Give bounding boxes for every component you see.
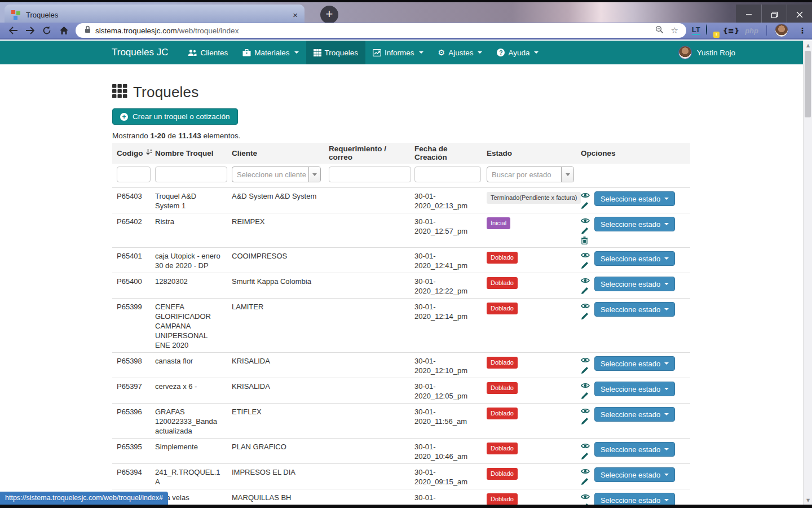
row-fecha: 30-01-2020_09:04_am (410, 489, 482, 505)
browser-menu-icon[interactable]: ⋮ (798, 26, 806, 35)
seleccione-estado-button[interactable]: Seleccione estado (594, 356, 675, 371)
zoom-page-icon[interactable] (655, 25, 664, 36)
seleccione-estado-button[interactable]: Seleccione estado (594, 442, 675, 457)
view-icon[interactable] (581, 277, 589, 286)
view-icon[interactable] (581, 382, 589, 391)
table-row: P65399 CENEFA GLORIFICADOR CAMPANA UNIPE… (112, 298, 690, 352)
nav-item-informes[interactable]: Informes (365, 41, 431, 64)
back-button[interactable] (5, 23, 21, 38)
reload-button[interactable] (38, 23, 55, 38)
view-icon[interactable] (581, 357, 589, 365)
brand[interactable]: Troqueles JC (112, 41, 168, 64)
status-badge: Doblado (487, 303, 518, 314)
header-nombre[interactable]: Nombre Troquel (151, 143, 227, 164)
view-icon[interactable] (581, 408, 589, 416)
row-fecha: 30-01-2020_02:13_pm (410, 188, 482, 213)
php-extension-icon[interactable]: php (745, 27, 758, 35)
scrollbar-thumb[interactable] (805, 51, 811, 117)
row-nombre: 241_R.TROQUEL.1A (151, 464, 227, 489)
nav-item-ayuda[interactable]: ? Ayuda (489, 41, 546, 64)
view-icon[interactable] (581, 192, 589, 200)
header-codigo[interactable]: Codigo (112, 143, 151, 164)
row-codigo: P65401 (112, 248, 151, 273)
lock-icon (85, 25, 91, 36)
edit-icon[interactable] (581, 287, 589, 295)
edit-icon[interactable] (581, 478, 589, 486)
json-extension-icon[interactable]: {≡} (723, 27, 739, 35)
chevron-down-icon (664, 308, 669, 310)
chart-icon (373, 49, 381, 56)
vertical-scrollbar[interactable]: ▲ ▼ (803, 41, 812, 505)
nav-item-ajustes[interactable]: ⚙ Ajustes (431, 41, 490, 64)
seleccione-estado-button[interactable]: Seleccione estado (594, 493, 675, 505)
header-cliente[interactable]: Cliente (227, 143, 324, 164)
seleccione-estado-button[interactable]: Seleccione estado (594, 191, 675, 206)
filter-nombre-input[interactable] (155, 167, 227, 182)
filter-codigo-input[interactable] (117, 167, 151, 182)
new-tab-button[interactable]: + (320, 6, 338, 24)
row-nombre: cerveza x 6 - (151, 378, 227, 403)
filter-fecha-input[interactable] (414, 167, 481, 182)
status-badge: Doblado (487, 357, 518, 369)
view-icon[interactable] (581, 443, 589, 451)
languagetool-extension-icon[interactable]: LT (692, 26, 700, 35)
nav-item-troqueles[interactable]: Troqueles (306, 41, 366, 64)
row-cliente: REIMPEX (227, 213, 324, 247)
users-icon (188, 49, 197, 56)
view-icon[interactable] (581, 252, 589, 260)
nav-label: Troqueles (325, 49, 359, 57)
close-window-button[interactable] (787, 5, 812, 25)
delete-icon[interactable] (581, 237, 589, 245)
row-codigo: P65402 (112, 213, 151, 247)
scroll-up-icon[interactable]: ▲ (804, 41, 812, 50)
edit-icon[interactable] (581, 312, 589, 321)
row-fecha: 30-01-2020_12:05_pm (410, 378, 482, 403)
view-icon[interactable] (581, 303, 589, 311)
chevron-down-icon (534, 51, 539, 54)
edit-icon[interactable] (581, 261, 589, 270)
browser-titlebar: Troqueles × + (0, 0, 812, 23)
create-troquel-button[interactable]: + Crear un troquel o cotización (112, 108, 238, 125)
chevron-down-icon (478, 51, 482, 54)
filter-requerimiento-input[interactable] (329, 167, 411, 182)
forward-button[interactable] (21, 23, 38, 38)
seleccione-estado-button[interactable]: Seleccione estado (594, 407, 675, 422)
nav-item-clientes[interactable]: Clientes (180, 41, 235, 64)
filter-cliente-select[interactable]: Seleccione un cliente (232, 167, 321, 182)
table-header-row: Codigo Nombre Troquel Cliente Requerimie… (112, 143, 690, 164)
home-button[interactable] (55, 23, 72, 38)
scroll-down-icon[interactable]: ▼ (804, 496, 812, 505)
seleccione-estado-button[interactable]: Seleccione estado (594, 217, 675, 231)
browser-tab[interactable]: Troqueles × (5, 5, 304, 25)
seleccione-estado-button[interactable]: Seleccione estado (594, 302, 675, 317)
restore-button[interactable] (761, 5, 787, 25)
edit-icon[interactable] (581, 202, 589, 210)
header-estado[interactable]: Estado (482, 143, 576, 164)
minimize-button[interactable] (736, 5, 761, 25)
bookmark-star-icon[interactable]: ☆ (670, 25, 678, 36)
nav-label: Informes (385, 49, 414, 57)
tab-close-icon[interactable]: × (293, 10, 298, 20)
edit-icon[interactable] (581, 452, 589, 461)
seleccione-estado-button[interactable]: Seleccione estado (594, 251, 675, 266)
view-icon[interactable] (581, 493, 589, 502)
header-requerimiento[interactable]: Requerimiento / correo (324, 143, 410, 164)
view-icon[interactable] (581, 468, 589, 476)
edit-icon[interactable] (581, 417, 589, 426)
user-menu[interactable]: Yustin Rojo (678, 41, 735, 64)
edit-icon[interactable] (581, 366, 589, 375)
address-bar[interactable]: sistema.troquelesjc.com/web/troquel/inde… (76, 23, 686, 38)
row-nombre: caja Utopick - enero 30 de 2020 - DP (151, 248, 227, 273)
seleccione-estado-button[interactable]: Seleccione estado (594, 382, 675, 396)
globe-extension-icon[interactable]: ! (706, 25, 717, 36)
filter-estado-select[interactable]: Buscar por estado (487, 167, 574, 182)
seleccione-estado-button[interactable]: Seleccione estado (594, 277, 675, 291)
browser-profile-avatar[interactable] (775, 24, 788, 37)
edit-icon[interactable] (581, 392, 589, 400)
edit-icon[interactable] (581, 227, 589, 235)
seleccione-estado-button[interactable]: Seleccione estado (594, 467, 675, 482)
header-fecha[interactable]: Fecha de Creación (410, 143, 482, 164)
row-codigo: P65398 (112, 353, 151, 378)
view-icon[interactable] (581, 217, 589, 226)
nav-item-materiales[interactable]: Materiales (235, 41, 306, 64)
